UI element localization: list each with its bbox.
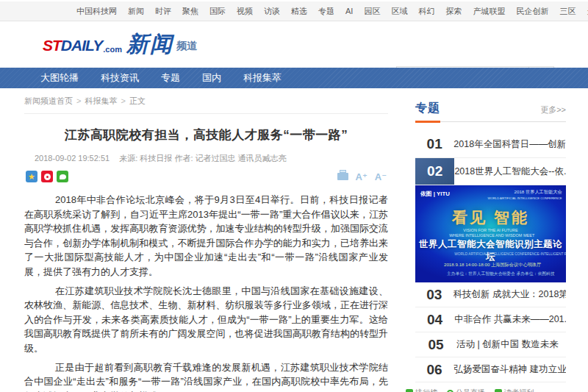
- share-buttons: ★: [26, 171, 68, 182]
- topic-rank: 01: [415, 131, 453, 157]
- logo-daily: DAILY: [61, 37, 102, 54]
- topic-list: 01 2018年全国科普日——创新... 02 2018世界人工智能大会--依.…: [415, 131, 566, 382]
- banner-subtitle-1: VISION FOR THE AI FUTURE: [449, 228, 532, 232]
- breadcrumb-home[interactable]: 新闻频道首页: [24, 96, 73, 105]
- topnav-link[interactable]: 区域: [391, 6, 407, 17]
- wechat-share-icon[interactable]: [57, 171, 68, 182]
- channel-nav-item[interactable]: 国内: [202, 71, 221, 85]
- banner-subtitle-2: WHERE INTELLIGENCE AND WISDOM MEET: [449, 233, 532, 238]
- footer-strip: 排行榜 公号直播 读者福利: [397, 388, 588, 392]
- footer-strip-item[interactable]: 读者福利: [495, 388, 534, 392]
- banner-forum-title-en: WORLD ARTIFICIAL INTELLIGENCE CONFERENCE…: [454, 252, 526, 256]
- topnav-link[interactable]: 园区: [364, 6, 380, 17]
- weibo-share-icon[interactable]: [41, 171, 53, 182]
- topnav-link[interactable]: 国际: [209, 6, 226, 17]
- topic-label: 2018年全国科普日——创新...: [453, 138, 566, 151]
- wechat-bubble-icon: [60, 174, 66, 179]
- article-paragraph: 2018年中非合作论坛北京峰会，将于9月3日至4日举行。日前，科技日报记者在高职…: [24, 193, 388, 279]
- stdaily-logo[interactable]: STDAILY.com 新闻 频道: [43, 34, 197, 54]
- topic-label: 中非合作 共赢未来——201...: [454, 313, 566, 326]
- print-icon[interactable]: [337, 173, 348, 180]
- channel-nav-item[interactable]: 科报集萃: [243, 71, 282, 85]
- printer-paper: [340, 170, 346, 173]
- topic-item-02[interactable]: 02 2018世界人工智能大会--依...: [415, 158, 566, 185]
- breadcrumb: 新闻频道首页>科报集萃>正文: [24, 96, 388, 114]
- footer-strip-item[interactable]: 排行榜: [406, 388, 437, 392]
- ranking-icon: [406, 389, 413, 392]
- favorite-share-icon[interactable]: ★: [26, 171, 37, 182]
- source-author: 来源: 科技日报 作者: 记者过国忠 通讯员臧志亮: [119, 154, 286, 163]
- banner-hosts: 主办单位：世界人工智能大会组委会 承办单位：依图科技: [447, 271, 534, 277]
- topic-rank: 02: [415, 158, 454, 185]
- channel-nav-item[interactable]: 专题: [161, 71, 180, 85]
- live-icon: [447, 390, 453, 392]
- topic-item-03[interactable]: 03 科技创新 成就大业：2018第...: [415, 282, 566, 307]
- footer-strip-label: 公号直播: [456, 388, 485, 392]
- channel-nav-item[interactable]: 科技资讯: [101, 71, 139, 85]
- breadcrumb-separator: >: [121, 96, 125, 105]
- topic-item-05[interactable]: 05 活动 | 创新中国 数造未来: [415, 332, 566, 357]
- star-icon: ★: [28, 173, 35, 181]
- sidebar-title: 专题: [415, 101, 440, 123]
- logo-channel-small: 频道: [176, 40, 197, 53]
- banner-conference-mark: 2018 世界人工智能大会 WORLD ARTIFICIAL INTELLIGE…: [415, 189, 562, 204]
- article-title: 江苏高职院校有担当，高技能人才服务“一带一路”: [24, 126, 388, 143]
- topnav-link[interactable]: 科幻: [418, 6, 434, 17]
- top-utility-nav: 中国科技网 新闻 时评 聚焦 国际 视频 访谈 精选 专题 AI 园区 区域 科…: [0, 1, 588, 21]
- topnav-link[interactable]: 新闻: [128, 6, 144, 17]
- topnav-link[interactable]: 探索: [445, 6, 462, 17]
- article-paragraph: 在江苏建筑职业技术学院院长沈士德眼里，中国与沿线国家在基础设施建设、农林牧渔、新…: [24, 284, 388, 356]
- article-column: 新闻频道首页>科报集萃>正文 江苏高职院校有担当，高技能人才服务“一带一路” 2…: [24, 96, 388, 392]
- banner-conference-cn: 2018 世界人工智能大会: [453, 189, 562, 196]
- breadcrumb-separator: >: [76, 96, 81, 105]
- ai-conference-banner[interactable]: 依图 | YITU 2018 世界人工智能大会 WORLD ARTIFICIAL…: [415, 185, 566, 282]
- topnav-link[interactable]: 中国科技网: [76, 6, 117, 17]
- logo-st: ST: [43, 37, 61, 54]
- font-larger-button[interactable]: A⁺: [356, 172, 368, 182]
- topic-rank: 04: [415, 307, 454, 332]
- article-toolbar: ★ A⁺ A⁻: [24, 171, 388, 182]
- text-tools: A⁺ A⁻: [337, 172, 387, 182]
- topic-item-01[interactable]: 01 2018年全国科普日——创新...: [415, 131, 566, 158]
- logo-com: .com: [103, 45, 122, 54]
- topnav-link[interactable]: 民企创新: [516, 6, 548, 17]
- sidebar-more-link[interactable]: 更多>>: [540, 104, 566, 121]
- banner-schedule: 2018.9.18 14:00-18:00 上海国际会议中心明珠厅: [444, 262, 537, 268]
- footer-strip-label: 排行榜: [415, 388, 437, 392]
- page: 中国科技网 新闻 时评 聚焦 国际 视频 访谈 精选 专题 AI 园区 区域 科…: [0, 0, 588, 392]
- publish-time: 2018-09-02 19:52:51: [35, 154, 110, 163]
- topic-item-06[interactable]: 06 弘扬爱国奋斗精神 建功立业...: [415, 357, 566, 382]
- article-body: 2018年中非合作论坛北京峰会，将于9月3日至4日举行。日前，科技日报记者在高职…: [24, 193, 388, 392]
- topnav-link[interactable]: 产城联盟: [473, 6, 505, 17]
- topnav-link[interactable]: 访谈: [264, 6, 280, 17]
- font-smaller-button[interactable]: A⁻: [375, 172, 387, 182]
- topnav-link[interactable]: AI: [345, 7, 353, 15]
- topnav-link[interactable]: 三区: [559, 6, 576, 17]
- topnav-link[interactable]: 视频: [237, 6, 253, 17]
- topic-rank: 06: [415, 357, 453, 382]
- footer-strip-label: 读者福利: [504, 388, 534, 392]
- topic-rank: 05: [415, 332, 456, 357]
- topnav-link[interactable]: 专题: [318, 6, 334, 17]
- topic-rank: 03: [415, 282, 453, 307]
- banner-headline: 看见 智能: [415, 207, 566, 228]
- sidebar-header: 专题 更多>>: [415, 101, 566, 122]
- banner-conference-en: WORLD ARTIFICIAL INTELLIGENCE CONFERENCE: [488, 196, 562, 200]
- footer-strip-item[interactable]: 公号直播: [447, 388, 485, 392]
- logo-channel-big: 新闻: [126, 34, 173, 54]
- topic-label: 弘扬爱国奋斗精神 建功立业...: [453, 363, 566, 376]
- topic-label: 活动 | 创新中国 数造未来: [456, 338, 559, 351]
- topic-item-04[interactable]: 04 中非合作 共赢未来——201...: [415, 307, 566, 332]
- topic-label: 2018世界人工智能大会--依...: [454, 165, 566, 178]
- topnav-link[interactable]: 精选: [291, 6, 307, 17]
- banner-forum-title: 世界人工智能大会智能识别主题论坛: [415, 238, 566, 263]
- breadcrumb-section[interactable]: 科报集萃: [85, 96, 117, 105]
- topics-sidebar: 专题 更多>> 01 2018年全国科普日——创新... 02 2018世界人工…: [415, 101, 566, 382]
- channel-navbar: 大图轮播 科技资讯 专题 国内 科报集萃: [0, 68, 588, 88]
- topnav-link[interactable]: 时评: [155, 6, 171, 17]
- topnav-link[interactable]: 聚焦: [182, 6, 198, 17]
- reader-service-icon: [495, 389, 502, 392]
- channel-nav-item[interactable]: 大图轮播: [40, 71, 79, 85]
- article-meta: 2018-09-02 19:52:51 来源: 科技日报 作者: 记者过国忠 通…: [24, 153, 388, 164]
- article-paragraph: 正是由于超前看到高职教育千载难逢的发展新机遇，江苏建筑职业技术学院结合中国企业“…: [24, 360, 388, 392]
